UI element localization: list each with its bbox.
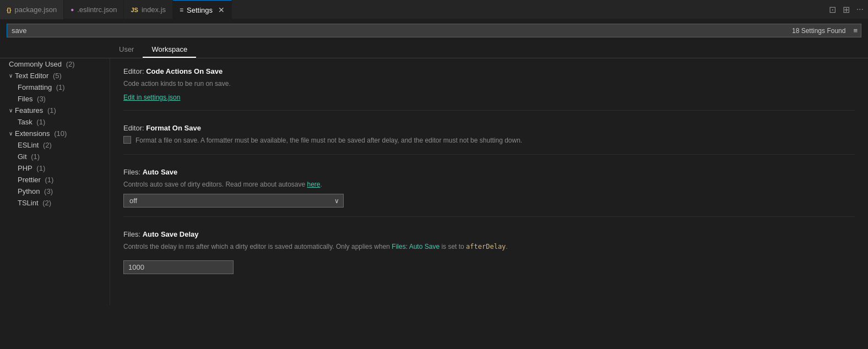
autosave-here-link[interactable]: here [307, 181, 321, 188]
sidebar-item-commonly-used[interactable]: Commonly Used (2) [0, 58, 110, 70]
setting-prefix: Files: [123, 168, 143, 176]
setting-title: Editor: Format On Save [123, 124, 855, 132]
edit-in-settings-link[interactable]: Edit in settings.json [123, 94, 180, 101]
desc-after: is set to [440, 243, 466, 250]
setting-name: Auto Save [143, 168, 178, 176]
setting-code-actions-on-save: Editor: Code Actions On Save Code action… [123, 67, 855, 111]
sidebar-item-label: Python [18, 187, 40, 195]
tab-label: package.json [15, 6, 57, 14]
sidebar-item-count: (1) [35, 164, 46, 172]
settings-icon: ≡ [180, 6, 183, 14]
tab-package-json[interactable]: {} package.json [0, 0, 64, 19]
setting-name: Format On Save [146, 124, 201, 132]
sidebar-item-label: Commonly Used [9, 60, 62, 68]
sidebar-item-features[interactable]: ∨ Features (1) [0, 105, 110, 116]
editor-layout-icon[interactable]: ⊞ [843, 4, 850, 15]
split-editor-icon[interactable]: ⊡ [829, 4, 836, 15]
tab-user[interactable]: User [110, 42, 143, 58]
settings-sidebar: Commonly Used (2) ∨ Text Editor (5) Form… [0, 58, 110, 305]
sidebar-item-python[interactable]: Python (3) [0, 186, 110, 197]
chevron-down-icon: ∨ [9, 73, 13, 79]
sidebar-item-count: (5) [51, 72, 62, 80]
auto-save-dropdown-wrapper: off afterDelay onFocusChange onWindowCha… [123, 194, 855, 208]
settings-main: User Workspace Commonly Used (2) ∨ Text … [0, 42, 868, 305]
setting-name: Auto Save Delay [143, 230, 199, 238]
js-icon: JS [131, 7, 138, 13]
sidebar-item-count: (1) [35, 118, 46, 126]
files-auto-save-link[interactable]: Files: Auto Save [392, 243, 440, 250]
sidebar-item-label: Prettier [18, 176, 41, 184]
sidebar-item-text-editor[interactable]: ∨ Text Editor (5) [0, 70, 110, 81]
setting-prefix: Editor: [123, 124, 146, 132]
tab-index-js[interactable]: JS index.js [124, 0, 173, 19]
desc-after: . [321, 181, 322, 188]
after-delay-code: afterDelay [466, 243, 506, 250]
checkbox-label: Format a file on save. A formatter must … [135, 135, 522, 145]
sidebar-item-count: (3) [35, 95, 46, 103]
sidebar-item-tslint[interactable]: TSLint (2) [0, 197, 110, 209]
chevron-down-icon: ∨ [9, 107, 13, 113]
sidebar-item-label: Task [18, 118, 32, 126]
setting-title: Files: Auto Save Delay [123, 230, 855, 238]
tab-label: .eslintrc.json [77, 6, 117, 14]
sidebar-item-count: (1) [29, 152, 40, 161]
sidebar-item-count: (10) [52, 129, 67, 138]
setting-auto-save: Files: Auto Save Controls auto save of d… [123, 168, 855, 217]
setting-auto-save-delay: Files: Auto Save Delay Controls the dela… [123, 230, 855, 283]
setting-title: Editor: Code Actions On Save [123, 67, 855, 75]
eslint-icon: ● [70, 7, 74, 13]
setting-prefix: Files: [123, 230, 143, 238]
sidebar-item-label: Features [15, 106, 43, 114]
sidebar-item-label: ESLint [18, 141, 39, 149]
filter-icon[interactable]: ≡ [850, 26, 861, 35]
sidebar-item-count: (1) [54, 83, 65, 91]
sidebar-item-extensions[interactable]: ∨ Extensions (10) [0, 128, 110, 139]
setting-format-on-save: Editor: Format On Save Format a file on … [123, 124, 855, 155]
search-bar: 18 Settings Found ≡ [0, 19, 868, 42]
auto-save-dropdown[interactable]: off afterDelay onFocusChange onWindowCha… [123, 194, 344, 208]
chevron-down-icon: ∨ [9, 130, 13, 137]
search-input[interactable] [7, 24, 788, 37]
tab-settings[interactable]: ≡ Settings ✕ [173, 0, 232, 19]
sidebar-item-count: (3) [42, 187, 53, 195]
sidebar-item-label: TSLint [18, 199, 39, 207]
json-icon: {} [7, 7, 12, 13]
tab-eslintrc[interactable]: ● .eslintrc.json [64, 0, 124, 19]
desc-before: Controls auto save of dirty editors. Rea… [123, 181, 307, 188]
setting-description: Controls auto save of dirty editors. Rea… [123, 179, 855, 189]
setting-title: Files: Auto Save [123, 168, 855, 176]
sidebar-item-count: (2) [41, 199, 52, 207]
setting-prefix: Editor: [123, 67, 146, 75]
sidebar-item-count: (2) [64, 60, 75, 68]
format-on-save-checkbox[interactable] [123, 136, 131, 144]
sidebar-item-label: Git [18, 152, 27, 161]
setting-description: Controls the delay in ms after which a d… [123, 242, 855, 252]
tab-label: index.js [142, 6, 166, 14]
sidebar-item-prettier[interactable]: Prettier (1) [0, 174, 110, 186]
settings-content: Editor: Code Actions On Save Code action… [110, 58, 868, 305]
sidebar-item-label: Text Editor [15, 72, 48, 80]
sidebar-item-label: Extensions [15, 129, 50, 138]
sidebar-item-git[interactable]: Git (1) [0, 151, 110, 162]
close-icon[interactable]: ✕ [218, 6, 225, 14]
sidebar-item-eslint[interactable]: ESLint (2) [0, 139, 110, 151]
sidebar-item-files[interactable]: Files (3) [0, 93, 110, 105]
setting-description: Code action kinds to be run on save. [123, 79, 855, 89]
tab-bar: {} package.json ● .eslintrc.json JS inde… [0, 0, 868, 19]
setting-name: Code Actions On Save [146, 67, 223, 75]
more-actions-icon[interactable]: ··· [856, 4, 864, 14]
auto-save-delay-input[interactable] [123, 260, 234, 274]
settings-tabs-row: User Workspace [0, 42, 868, 58]
search-results-count: 18 Settings Found [788, 27, 850, 35]
tabs-and-sidebar: Commonly Used (2) ∨ Text Editor (5) Form… [0, 58, 868, 305]
setting-checkbox-row: Format a file on save. A formatter must … [123, 135, 855, 145]
sidebar-item-label: Formatting [18, 83, 52, 91]
tab-workspace[interactable]: Workspace [143, 42, 196, 58]
sidebar-item-formatting[interactable]: Formatting (1) [0, 81, 110, 93]
sidebar-item-php[interactable]: PHP (1) [0, 162, 110, 174]
dropdown-container: off afterDelay onFocusChange onWindowCha… [123, 194, 344, 208]
sidebar-item-label: Files [18, 95, 32, 103]
sidebar-item-task[interactable]: Task (1) [0, 116, 110, 128]
tab-label: Settings [187, 6, 213, 14]
desc-end: . [506, 243, 507, 250]
